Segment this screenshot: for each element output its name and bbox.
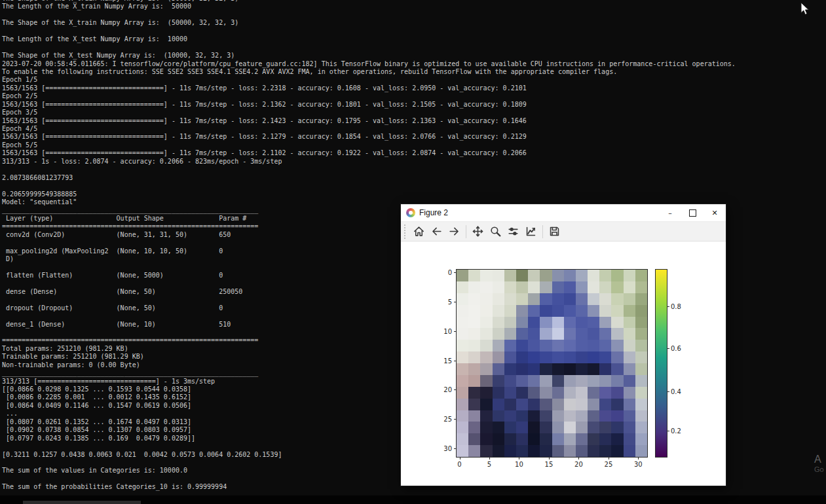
edit-parameters-button[interactable] [522, 223, 540, 240]
terminal-line: 1563/1563 [=============================… [2, 117, 826, 125]
window-title: Figure 2 [419, 208, 448, 217]
x-tick-label: 0 [457, 461, 461, 468]
x-tick-label: 25 [605, 461, 613, 468]
configure-subplots-icon [507, 225, 519, 238]
save-button[interactable] [546, 223, 563, 240]
home-button[interactable] [410, 223, 428, 240]
y-tick-label: 20 [443, 386, 452, 393]
watermark-line2: Go [814, 465, 824, 473]
terminal-line [2, 166, 826, 173]
y-tick [454, 389, 457, 390]
terminal-line: Epoch 5/5 [2, 141, 826, 149]
x-tick [609, 457, 609, 459]
y-tick-label: 30 [443, 444, 452, 452]
cifar-image [457, 270, 647, 457]
y-tick [454, 302, 457, 302]
terminal-line: 1563/1563 [=============================… [2, 84, 826, 92]
terminal-line: 2.0873866081237793 [2, 174, 826, 182]
x-tick [489, 457, 490, 459]
x-tick-label: 10 [515, 461, 523, 468]
figure-window-titlebar[interactable]: Figure 2 – ✕ [401, 204, 726, 222]
terminal-line: 2023-07-20 00:58:45.011665: I tensorflow… [2, 60, 826, 68]
terminal-line: The Shape of the X_test Numpy Array is: … [2, 52, 826, 60]
mouse-cursor [800, 2, 810, 16]
y-tick [454, 361, 457, 361]
terminal-line: 1563/1563 [=============================… [2, 149, 826, 157]
zoom-button[interactable] [487, 223, 504, 240]
window-controls: – ✕ [659, 204, 726, 221]
terminal-line: 1563/1563 [=============================… [2, 133, 826, 141]
x-tick-label: 20 [574, 461, 583, 468]
maximize-button[interactable] [681, 204, 704, 221]
y-tick-label: 15 [443, 357, 452, 364]
colorbar-tick-label: 0.4 [671, 387, 681, 395]
y-tick [454, 448, 457, 449]
forward-icon [448, 225, 460, 238]
colorbar-tick [667, 306, 669, 307]
x-tick-label: 30 [634, 461, 643, 468]
y-tick-label: 5 [448, 298, 452, 306]
terminal-line: 1563/1563 [=============================… [2, 101, 826, 109]
colorbar-tick [667, 391, 669, 392]
terminal-line: Epoch 4/5 [2, 125, 826, 133]
terminal-line: 313/313 - 1s - loss: 2.0874 - accuracy: … [2, 158, 826, 166]
zoom-icon [489, 225, 502, 238]
terminal-line: To enable the following instructions: SS… [2, 68, 826, 76]
terminal-line: 0.20659999549388885 [2, 190, 826, 198]
terminal-line: Epoch 2/5 [2, 92, 826, 100]
terminal-line [2, 11, 826, 19]
x-tick-label: 5 [487, 461, 491, 468]
y-tick-label: 0 [448, 269, 452, 276]
figure-window: Figure 2 – ✕ [401, 204, 726, 486]
activate-windows-watermark: A Go [814, 454, 824, 473]
matplotlib-icon [406, 208, 415, 217]
terminal-line: The Length of the X_test Numpy Array is:… [2, 35, 826, 43]
y-tick-label: 10 [443, 327, 452, 334]
pan-icon [472, 225, 484, 238]
colorbar-tick [667, 348, 669, 349]
screenshot-root: The Shape of the X_train Numpy Array is:… [0, 0, 826, 504]
back-button[interactable] [428, 223, 445, 240]
colorbar-tick [667, 431, 669, 431]
x-tick [638, 457, 639, 459]
colorbar-tick-label: 0.8 [671, 302, 681, 310]
x-tick [578, 457, 579, 459]
terminal-line: The Length of the X_train Numpy Array is… [2, 3, 826, 10]
terminal-line: Epoch 3/5 [2, 109, 826, 117]
y-tick [454, 419, 457, 420]
colorbar-tick-label: 0.6 [671, 345, 681, 352]
toolbar-separator [466, 225, 466, 238]
x-tick-label: 15 [545, 461, 554, 468]
terminal-line [2, 27, 826, 35]
bottom-accent-strip [23, 501, 141, 504]
y-tick [454, 331, 457, 332]
terminal-line: The Shape of the X_train Numpy Array is:… [2, 19, 826, 27]
configure-subplots-button[interactable] [504, 223, 522, 240]
maximize-icon [689, 209, 696, 217]
save-icon [548, 225, 561, 238]
toolbar-drag-handle[interactable] [404, 225, 407, 239]
terminal-line [2, 182, 826, 190]
forward-button[interactable] [445, 223, 463, 240]
colorbar: 0.80.60.40.2 [655, 269, 667, 458]
y-tick [454, 272, 457, 273]
figure-canvas: 051015202530051015202530 0.80.60.40.2 [401, 242, 726, 486]
toolbar-separator [542, 225, 543, 238]
x-tick [519, 457, 519, 459]
pan-button[interactable] [469, 223, 487, 240]
image-axes: 051015202530051015202530 [456, 269, 648, 458]
terminal-line [2, 44, 826, 52]
back-icon [430, 225, 443, 238]
matplotlib-toolbar [401, 222, 726, 242]
colorbar-tick-label: 0.2 [671, 427, 681, 434]
x-tick [460, 457, 460, 459]
x-tick [549, 457, 550, 459]
minimize-button[interactable]: – [659, 204, 681, 221]
edit-parameters-icon [525, 225, 537, 238]
close-button[interactable]: ✕ [704, 204, 726, 221]
terminal-line: Epoch 1/5 [2, 76, 826, 84]
watermark-line1: A [814, 454, 824, 465]
y-tick-label: 25 [443, 415, 452, 422]
home-icon [413, 225, 425, 238]
